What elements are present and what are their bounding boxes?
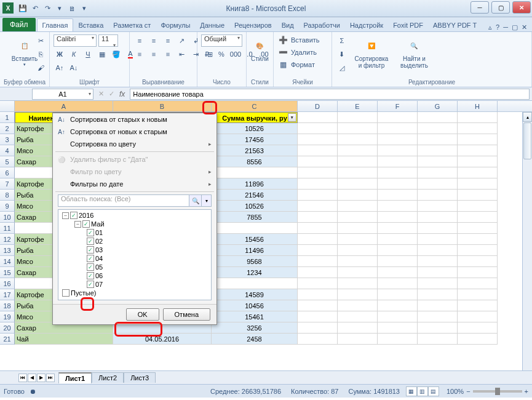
cell[interactable] — [338, 112, 378, 123]
qat-dropdown-icon[interactable]: ▾ — [79, 3, 90, 14]
row-header[interactable]: 1 — [0, 112, 15, 123]
cell-sum[interactable]: 8556 — [212, 156, 298, 167]
sort-by-color-item[interactable]: Сортировка по цвету▸ — [53, 138, 216, 150]
cell[interactable] — [458, 178, 498, 190]
cell-sum[interactable]: 21563 — [212, 145, 298, 156]
cell[interactable] — [458, 112, 498, 123]
cell[interactable] — [378, 311, 418, 322]
align-center-button[interactable]: ≡ — [148, 48, 160, 60]
tree-day-item[interactable]: 03 — [60, 246, 210, 254]
cell[interactable] — [298, 289, 338, 300]
cell[interactable] — [458, 300, 498, 311]
col-header-g[interactable]: G — [418, 101, 458, 111]
tree-day-item[interactable]: 05 — [60, 263, 210, 271]
cell[interactable] — [418, 289, 458, 300]
styles-button[interactable]: 🎨 Стили — [250, 34, 269, 63]
col-header-b[interactable]: B — [113, 101, 212, 111]
last-sheet-button[interactable]: ⏭ — [46, 374, 55, 382]
cell-sum[interactable]: 9568 — [212, 256, 298, 267]
cell-sum[interactable]: 21546 — [212, 190, 298, 201]
select-all-corner[interactable] — [0, 101, 15, 111]
autosum-button[interactable]: Σ — [336, 34, 348, 47]
cell[interactable] — [458, 201, 498, 212]
help-icon[interactable]: ? — [496, 23, 499, 31]
cell[interactable] — [418, 212, 458, 223]
bold-button[interactable]: Ж — [54, 48, 66, 60]
cell[interactable] — [458, 311, 498, 322]
row-header[interactable]: 7 — [0, 178, 15, 190]
cell[interactable] — [338, 289, 378, 300]
decrease-indent-button[interactable]: ⇤ — [176, 48, 188, 60]
cell[interactable] — [458, 322, 498, 334]
zoom-slider[interactable] — [473, 390, 522, 393]
tree-collapse-icon[interactable]: − — [62, 212, 69, 219]
scroll-thumb[interactable] — [523, 122, 531, 159]
align-middle-button[interactable]: ≡ — [148, 34, 160, 47]
cell-sum[interactable]: 2458 — [212, 334, 298, 345]
close-button[interactable]: ✕ — [512, 1, 531, 14]
insert-cells-button[interactable]: ➕Вставить — [277, 34, 328, 46]
sheet-tab-3[interactable]: Лист3 — [124, 372, 156, 383]
cell[interactable] — [458, 212, 498, 223]
cell[interactable] — [298, 256, 338, 267]
tree-checkbox[interactable] — [70, 212, 77, 219]
row-header[interactable]: 6 — [0, 167, 15, 178]
row-header[interactable]: 3 — [0, 134, 15, 145]
cell-sum[interactable]: 10456 — [212, 300, 298, 311]
tab-review[interactable]: Рецензиров — [229, 19, 277, 31]
cell[interactable] — [378, 300, 418, 311]
row-header[interactable]: 21 — [0, 334, 15, 345]
cell-date[interactable]: 04.05.2016 — [113, 334, 212, 345]
cell[interactable] — [338, 145, 378, 156]
cell[interactable] — [338, 212, 378, 223]
cell[interactable] — [458, 123, 498, 134]
cell-sum[interactable]: 10526 — [212, 123, 298, 134]
row-header[interactable]: 20 — [0, 322, 15, 334]
tree-checkbox[interactable] — [87, 255, 94, 262]
date-filters-item[interactable]: Фильтры по дате▸ — [53, 178, 216, 190]
cell[interactable] — [378, 278, 418, 289]
cell[interactable] — [298, 300, 338, 311]
cell-sum[interactable] — [212, 167, 298, 178]
cell[interactable] — [298, 156, 338, 167]
cell[interactable] — [458, 289, 498, 300]
doc-minimize-icon[interactable]: ─ — [503, 23, 508, 31]
row-header[interactable]: 8 — [0, 190, 15, 201]
currency-button[interactable]: ₽ — [201, 48, 213, 60]
tab-developer[interactable]: Разработчи — [299, 19, 345, 31]
cell[interactable] — [418, 190, 458, 201]
cell[interactable] — [338, 267, 378, 278]
cell[interactable] — [298, 145, 338, 156]
row-header[interactable]: 12 — [0, 234, 15, 245]
cell[interactable] — [338, 278, 378, 289]
cell[interactable] — [378, 234, 418, 245]
col-header-c[interactable]: C — [212, 101, 298, 111]
maximize-button[interactable]: ▢ — [491, 1, 510, 14]
search-dropdown-icon[interactable]: ▾ — [202, 194, 212, 207]
cell[interactable] — [378, 156, 418, 167]
cell[interactable] — [298, 234, 338, 245]
align-top-button[interactable]: ≡ — [133, 34, 146, 47]
cell[interactable] — [458, 167, 498, 178]
tab-foxit[interactable]: Foxit PDF — [388, 19, 428, 31]
cell-sum[interactable]: 15456 — [212, 234, 298, 245]
cell[interactable] — [298, 190, 338, 201]
cell-sum[interactable]: 15461 — [212, 311, 298, 322]
cell[interactable] — [298, 201, 338, 212]
cell-sum[interactable] — [212, 223, 298, 234]
number-format-select[interactable]: Общий — [201, 34, 242, 47]
align-left-button[interactable]: ≡ — [133, 48, 146, 60]
first-sheet-button[interactable]: ⏮ — [18, 374, 27, 382]
cell[interactable] — [418, 123, 458, 134]
cell[interactable] — [298, 334, 338, 345]
sheet-tab-2[interactable]: Лист2 — [92, 372, 124, 383]
prev-sheet-button[interactable]: ◀ — [28, 374, 36, 382]
qat-more-icon[interactable]: ▾ — [54, 3, 65, 14]
cell-sum[interactable]: 17456 — [212, 134, 298, 145]
cell[interactable] — [338, 334, 378, 345]
tab-insert[interactable]: Вставка — [73, 19, 108, 31]
cell[interactable] — [458, 156, 498, 167]
cell[interactable] — [418, 156, 458, 167]
find-select-button[interactable]: 🔍 Найти и выделить — [395, 34, 434, 78]
italic-button[interactable]: К — [68, 48, 80, 60]
